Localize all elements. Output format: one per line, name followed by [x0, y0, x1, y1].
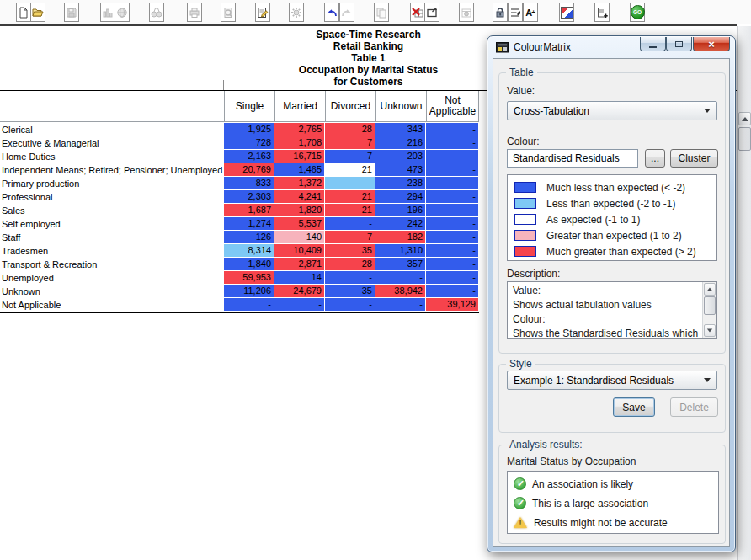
row-label[interactable]: Self employed: [0, 217, 224, 231]
save-button[interactable]: Save: [613, 397, 655, 417]
table-cell[interactable]: 28: [325, 258, 376, 271]
table-cell[interactable]: 728: [224, 136, 274, 150]
table-cell[interactable]: 216: [376, 136, 426, 150]
open-file-button[interactable]: [30, 3, 45, 22]
table-cell[interactable]: 1,687: [224, 204, 274, 217]
colour-matrix-button[interactable]: [559, 3, 574, 22]
edit-properties-button[interactable]: [255, 3, 270, 22]
table-cell[interactable]: -: [325, 217, 376, 231]
table-cell[interactable]: 14: [274, 271, 325, 285]
table-cell[interactable]: 8,314: [224, 244, 274, 258]
column-header-not-applicable[interactable]: Not Applicable: [426, 91, 479, 121]
table-cell[interactable]: -: [426, 258, 479, 271]
table-cell[interactable]: 833: [224, 177, 274, 190]
table-cell[interactable]: 294: [376, 190, 426, 204]
table-cell[interactable]: -: [426, 150, 479, 163]
add-view-button[interactable]: [594, 3, 610, 22]
wizard-button[interactable]: [289, 3, 304, 22]
description-scroll-up[interactable]: [704, 283, 716, 296]
table-cell[interactable]: -: [426, 123, 479, 136]
delete-button[interactable]: Delete: [670, 397, 718, 417]
table-cell[interactable]: 1,465: [274, 163, 325, 177]
row-label[interactable]: Independent Means; Retired; Pensioner; U…: [0, 163, 224, 177]
style-combobox[interactable]: Example 1: Standardised Residuals: [507, 371, 717, 390]
table-cell[interactable]: -: [224, 298, 274, 312]
table-cell[interactable]: 7: [325, 231, 376, 244]
table-cell[interactable]: 59,953: [224, 271, 274, 285]
row-label[interactable]: Unknown: [0, 285, 224, 298]
view-target-button[interactable]: [459, 3, 474, 22]
table-cell[interactable]: -: [325, 298, 376, 312]
table-cell[interactable]: -: [376, 271, 426, 285]
table-cell[interactable]: -: [426, 244, 479, 258]
table-cell[interactable]: 343: [376, 123, 426, 136]
undo-button[interactable]: [324, 3, 339, 22]
row-label[interactable]: Not Applicable: [0, 298, 224, 312]
column-header-married[interactable]: Married: [274, 91, 325, 121]
table-cell[interactable]: 21: [325, 163, 376, 177]
lock-button[interactable]: [493, 3, 508, 22]
table-cell[interactable]: 20,769: [224, 163, 274, 177]
colour-input[interactable]: Standardised Residuals: [507, 149, 638, 168]
table-cell[interactable]: 16,715: [274, 150, 325, 163]
table-cell[interactable]: 1,820: [274, 204, 325, 217]
row-label[interactable]: Staff: [0, 231, 224, 244]
table-cell[interactable]: 2,765: [274, 123, 325, 136]
copy-button[interactable]: [374, 3, 389, 22]
table-cell[interactable]: 10,409: [274, 244, 325, 258]
table-cell[interactable]: -: [274, 298, 325, 312]
table-cell[interactable]: 39,129: [426, 298, 479, 312]
table-cell[interactable]: -: [426, 136, 479, 150]
table-cell[interactable]: 21: [325, 204, 376, 217]
save-button[interactable]: [64, 3, 79, 22]
row-label[interactable]: Clerical: [0, 123, 224, 136]
minimize-button[interactable]: [640, 37, 666, 51]
table-cell[interactable]: -: [426, 190, 479, 204]
table-cell[interactable]: 182: [376, 231, 426, 244]
row-label[interactable]: Home Duties: [0, 150, 224, 163]
maximize-button[interactable]: [666, 37, 692, 51]
table-cell[interactable]: -: [426, 231, 479, 244]
description-scroll-thumb[interactable]: [704, 296, 716, 315]
scroll-thumb[interactable]: [738, 127, 751, 151]
row-label[interactable]: Professional: [0, 190, 224, 204]
description-scrollbar[interactable]: [702, 282, 716, 338]
table-cell[interactable]: 11,206: [224, 285, 274, 298]
table-cell[interactable]: 21: [325, 190, 376, 204]
table-cell[interactable]: 24,679: [274, 285, 325, 298]
table-cell[interactable]: 28: [325, 123, 376, 136]
table-cell[interactable]: 126: [224, 231, 274, 244]
description-scroll-down[interactable]: [704, 324, 716, 337]
table-cell[interactable]: 5,537: [274, 217, 325, 231]
main-vertical-scrollbar[interactable]: [737, 26, 751, 560]
table-cell[interactable]: 35: [325, 285, 376, 298]
table-cell[interactable]: 242: [376, 217, 426, 231]
column-header-single[interactable]: Single: [224, 91, 274, 121]
table-cell[interactable]: 7: [325, 136, 376, 150]
close-button[interactable]: ×: [693, 37, 730, 51]
print-button[interactable]: [187, 3, 202, 22]
new-document-button[interactable]: [16, 3, 31, 22]
row-label[interactable]: Primary production: [0, 177, 224, 190]
table-cell[interactable]: -: [426, 271, 479, 285]
table-cell[interactable]: 35: [325, 244, 376, 258]
table-cell[interactable]: 4,241: [274, 190, 325, 204]
print-preview-button[interactable]: [221, 3, 236, 22]
dialog-titlebar[interactable]: ColourMatrix ×: [487, 36, 735, 58]
row-label[interactable]: Executive & Managerial: [0, 136, 224, 150]
table-cell[interactable]: 357: [376, 258, 426, 271]
bar-chart-button[interactable]: [100, 3, 115, 22]
resize-table-button[interactable]: [424, 3, 439, 22]
table-cell[interactable]: 473: [376, 163, 426, 177]
table-cell[interactable]: 203: [376, 150, 426, 163]
table-cell[interactable]: 38,942: [376, 285, 426, 298]
row-label[interactable]: Tradesmen: [0, 244, 224, 258]
table-cell[interactable]: 1,840: [224, 258, 274, 271]
font-size-button[interactable]: A+: [523, 3, 538, 22]
table-cell[interactable]: -: [376, 298, 426, 312]
redo-button[interactable]: [339, 3, 354, 22]
table-cell[interactable]: -: [426, 163, 479, 177]
row-label[interactable]: Transport & Recreation: [0, 258, 224, 271]
delete-table-button[interactable]: [410, 3, 425, 22]
table-cell[interactable]: 238: [376, 177, 426, 190]
